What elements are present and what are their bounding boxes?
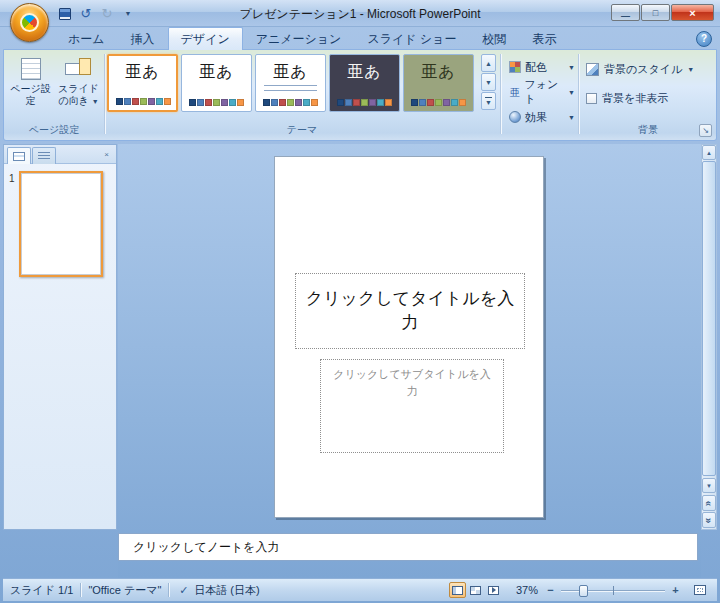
tab-design[interactable]: デザイン: [168, 27, 243, 50]
slide-canvas[interactable]: クリックしてタイトルを入力 クリックしてサブタイトルを入力: [274, 156, 544, 518]
title-placeholder[interactable]: クリックしてタイトルを入力: [295, 273, 525, 349]
theme-color-swatches: [189, 99, 244, 106]
fit-to-window-icon: [694, 585, 706, 595]
previous-slide-button[interactable]: «: [702, 495, 716, 511]
hide-background-label: 背景を非表示: [602, 91, 668, 106]
normal-view-button[interactable]: [449, 582, 466, 598]
scrollbar-thumb[interactable]: [702, 161, 716, 476]
tab-insert[interactable]: 挿入: [118, 27, 168, 50]
theme-thumbnail-3[interactable]: 亜あ: [255, 54, 326, 112]
slideshow-icon: [488, 586, 499, 595]
maximize-button[interactable]: □: [641, 4, 670, 21]
background-styles-label: 背景のスタイル: [604, 62, 682, 77]
scroll-down-button[interactable]: ▼: [702, 478, 716, 493]
vertical-scrollbar[interactable]: ▲ ▼ « »: [701, 144, 717, 530]
zoom-in-button[interactable]: +: [669, 584, 682, 596]
chevron-down-icon: ▼: [568, 64, 575, 71]
theme-thumbnail-1[interactable]: 亜あ: [107, 54, 178, 112]
language-indicator[interactable]: 日本語 (日本): [194, 583, 259, 598]
themes-scroll-down-button[interactable]: ▼: [481, 73, 496, 91]
undo-icon: ↺: [81, 6, 92, 21]
theme-colors-button[interactable]: 配色 ▼: [507, 56, 577, 78]
chevron-down-icon: ▼: [568, 114, 575, 121]
group-label-background: 背景: [580, 123, 716, 137]
slide-thumbnail[interactable]: [19, 171, 103, 277]
tab-view[interactable]: 表示: [519, 27, 569, 50]
background-styles-button[interactable]: 背景のスタイル ▼: [586, 58, 712, 80]
tab-home[interactable]: ホーム: [55, 27, 118, 50]
theme-name: "Office テーマ": [88, 583, 161, 598]
theme-thumbnail-5[interactable]: 亜あ: [403, 54, 474, 112]
themes-gallery-scroll: ▲ ▼ ▼: [481, 54, 496, 110]
background-dialog-launcher[interactable]: ↘: [699, 124, 712, 137]
theme-thumbnail-2[interactable]: 亜あ: [181, 54, 252, 112]
tab-outline[interactable]: [32, 147, 56, 164]
theme-sample-text: 亜あ: [125, 63, 159, 80]
window-title: プレゼンテーション1 - Microsoft PowerPoint: [170, 6, 550, 23]
next-slide-button[interactable]: »: [702, 512, 716, 528]
slideshow-button[interactable]: [485, 582, 502, 598]
redo-button[interactable]: ↻: [98, 5, 116, 23]
theme-effects-button[interactable]: 効果 ▼: [507, 106, 577, 128]
tab-slideshow[interactable]: スライド ショー: [354, 27, 469, 50]
notes-pane[interactable]: クリックしてノートを入力: [118, 533, 698, 561]
launcher-arrow-icon: ↘: [702, 126, 709, 135]
slides-pane: × 1: [3, 144, 117, 530]
close-pane-button[interactable]: ×: [100, 148, 113, 161]
slide-sorter-button[interactable]: [467, 582, 484, 598]
group-themes: 亜あ 亜あ 亜あ 亜あ 亜あ: [104, 50, 500, 140]
zoom-slider-thumb[interactable]: [579, 585, 588, 597]
window-controls: — □ ×: [610, 4, 714, 21]
theme-colors-label: 配色: [525, 60, 547, 75]
down-arrow-icon: ▼: [485, 99, 492, 106]
undo-button[interactable]: ↺: [77, 5, 95, 23]
theme-fonts-button[interactable]: 亜 フォント ▼: [507, 81, 577, 103]
themes-gallery: 亜あ 亜あ 亜あ 亜あ 亜あ: [107, 54, 474, 112]
page-setup-icon: [21, 58, 41, 80]
slide-orientation-icon: [65, 58, 93, 80]
theme-color-swatches: [411, 99, 466, 106]
theme-fonts-label: フォント: [524, 77, 564, 107]
office-logo-icon: [16, 9, 43, 36]
group-page-setup: ページ設定 スライドの向き ▼ ページ設定: [4, 50, 104, 140]
save-button[interactable]: [56, 5, 74, 23]
fit-to-window-button[interactable]: [690, 582, 710, 598]
tab-animations[interactable]: アニメーション: [243, 27, 355, 50]
zoom-percentage[interactable]: 37%: [510, 584, 538, 596]
office-button[interactable]: [10, 3, 49, 42]
slide-orientation-button[interactable]: スライドの向き ▼: [55, 54, 102, 116]
normal-view-icon: [452, 586, 463, 595]
theme-sample-text: 亜あ: [199, 63, 233, 80]
down-arrow-icon: ▼: [485, 79, 492, 86]
zoom-out-button[interactable]: −: [544, 584, 557, 596]
qat-customize-button[interactable]: ▼: [119, 5, 137, 23]
slides-pane-tabs: ×: [4, 145, 116, 164]
themes-more-button[interactable]: ▼: [481, 92, 496, 110]
down-arrow-icon: ▼: [706, 483, 712, 489]
titlebar[interactable]: ↺ ↻ ▼ プレゼンテーション1 - Microsoft PowerPoint …: [0, 0, 720, 27]
theme-color-swatches: [337, 99, 392, 106]
help-button[interactable]: ?: [696, 31, 712, 47]
group-label-themes: テーマ: [104, 123, 500, 137]
theme-sample-text: 亜あ: [347, 63, 381, 80]
theme-thumbnail-4[interactable]: 亜あ: [329, 54, 400, 112]
powerpoint-window: ↺ ↻ ▼ プレゼンテーション1 - Microsoft PowerPoint …: [0, 0, 720, 603]
tab-slides-thumbnails[interactable]: [7, 147, 31, 164]
up-arrow-icon: ▲: [706, 150, 712, 156]
chevron-down-icon: ▼: [568, 89, 575, 96]
spelling-status-icon[interactable]: ✓: [176, 584, 191, 597]
slide-editor: クリックしてタイトルを入力 クリックしてサブタイトルを入力: [118, 144, 701, 578]
minimize-button[interactable]: —: [611, 4, 640, 21]
hide-background-checkbox[interactable]: 背景を非表示: [586, 87, 712, 109]
subtitle-placeholder[interactable]: クリックしてサブタイトルを入力: [320, 359, 504, 453]
themes-scroll-up-button[interactable]: ▲: [481, 54, 496, 72]
theme-sample-text: 亜あ: [273, 63, 307, 80]
double-down-chevron-icon: »: [704, 517, 715, 523]
scroll-up-button[interactable]: ▲: [702, 145, 716, 160]
zoom-slider[interactable]: [561, 583, 665, 598]
close-button[interactable]: ×: [671, 4, 714, 21]
page-setup-button[interactable]: ページ設定: [7, 54, 54, 116]
view-shortcuts: [449, 582, 502, 598]
status-separator: [168, 583, 169, 597]
tab-review[interactable]: 校閲: [469, 27, 519, 50]
